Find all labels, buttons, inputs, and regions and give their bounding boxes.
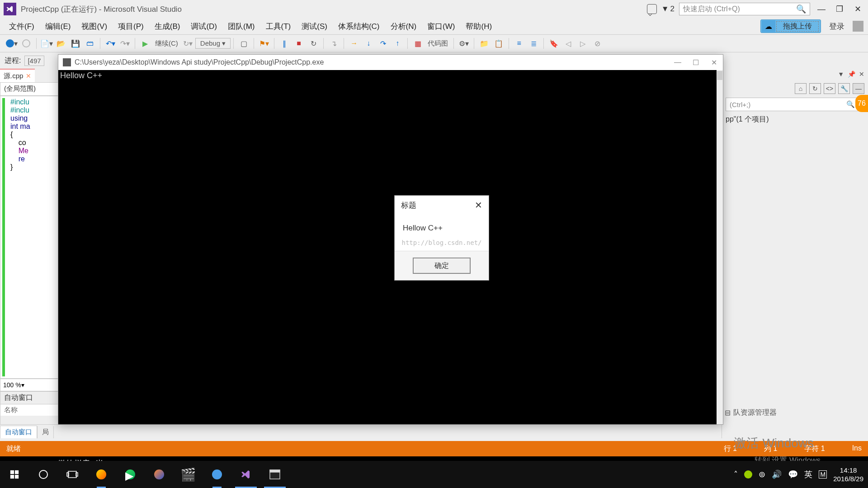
taskbar-app-firefox[interactable] [145,461,174,488]
console-maximize-button[interactable]: ☐ [691,58,700,67]
open-icon[interactable]: 📂 [55,37,67,50]
next-bm-icon[interactable]: ▷ [576,37,589,50]
tray-notifications-icon[interactable]: 💬 [788,469,798,479]
tray-app-icon[interactable] [744,470,752,479]
codemap-label[interactable]: 代码图 [425,39,451,48]
tray-chevron-icon[interactable]: ˄ [734,469,738,479]
menu-tools[interactable]: 工具(T) [261,19,296,33]
prev-bm-icon[interactable]: ◁ [562,37,575,50]
show-next-icon[interactable]: → [348,37,360,50]
step-over-icon[interactable]: ↷ [377,37,389,50]
flag-icon[interactable]: ⚑▾ [258,37,270,50]
taskbar-clock[interactable]: 14:18 2016/8/29 [833,466,863,483]
team-explorer-tab[interactable]: ⊟ 队资源管理器 [722,405,868,420]
tray-ime-lang[interactable]: 英 [804,469,812,480]
code-editor[interactable]: #inclu #inclu using int ma { co Me re } [0,96,59,379]
wrench-icon[interactable]: 🔧 [838,83,850,94]
tab-locals[interactable]: 局 [37,426,54,438]
taskbar-app-music[interactable]: ▶ [116,461,145,488]
scope-icon[interactable]: — [853,83,864,94]
taskview-button[interactable] [58,461,87,488]
folder2-icon[interactable]: 📋 [492,37,505,50]
step-out-icon[interactable]: ↑ [391,37,404,50]
menu-help[interactable]: 帮助(H) [461,19,496,33]
step-into-icon[interactable]: ↓ [362,37,375,50]
config-dropdown[interactable]: Debug ▾ [195,38,231,49]
nav-back-icon[interactable]: ▾ [5,37,18,50]
restore-button[interactable]: ❐ [833,5,846,14]
menu-analyze[interactable]: 分析(N) [386,19,421,33]
console-titlebar[interactable]: C:\Users\yeza\Desktop\Windows Api study\… [58,55,723,70]
taskbar-app-baidu[interactable] [203,461,231,488]
nav-forward-icon[interactable] [20,37,33,50]
menu-file[interactable]: 文件(F) [5,19,39,33]
menu-debug[interactable]: 调试(D) [186,19,222,33]
tab-autos[interactable]: 自动窗口 [0,426,37,438]
tray-volume-icon[interactable]: 🔊 [772,469,782,479]
taskbar-app-qq[interactable] [87,461,116,488]
tab-close-icon[interactable]: ✕ [26,72,31,80]
menu-test[interactable]: 测试(S) [297,19,332,33]
console-minimize-button[interactable]: — [673,58,682,67]
messagebox-titlebar[interactable]: 标题 ✕ [395,196,489,215]
panel-close-icon[interactable]: ✕ [859,70,864,78]
close-button[interactable]: ✕ [851,5,864,14]
feedback-icon[interactable] [647,4,657,14]
pause-icon[interactable]: ∥ [278,37,291,50]
taskbar-app-movies[interactable]: 🎬 [174,461,203,488]
tray-wifi-icon[interactable]: ⊚ [759,469,765,479]
solution-tree-item[interactable]: pp"(1 个项目) [722,111,868,128]
menu-window[interactable]: 窗口(W) [423,19,459,33]
menu-edit[interactable]: 编辑(E) [41,19,75,33]
restart-icon[interactable]: ↻ [307,37,320,50]
menu-view[interactable]: 视图(V) [77,19,112,33]
continue-dropdown[interactable]: 继续(C) [152,39,181,48]
continue-icon[interactable]: ▶ [139,37,151,50]
codemap-icon[interactable]: ▦ [411,37,424,50]
menu-project[interactable]: 项目(P) [113,19,148,33]
bookmark-icon[interactable]: 🔖 [547,37,560,50]
smth-icon[interactable]: ▢ [237,37,250,50]
cortana-button[interactable] [29,461,58,488]
start-button[interactable] [0,461,29,488]
menu-architecture[interactable]: 体系结构(C) [334,19,384,33]
menu-team[interactable]: 团队(M) [223,19,259,33]
console-output[interactable]: Hellow C++ [58,70,717,424]
step-icon[interactable]: ↴ [327,37,340,50]
notifications-flag[interactable]: ▼ 2 [661,5,675,14]
minimize-button[interactable]: — [815,5,828,14]
refresh-icon[interactable]: ↻ [809,83,821,94]
process-dropdown[interactable]: [497 [24,56,44,66]
scrollbar-thumb[interactable] [717,71,722,80]
outdent-icon[interactable]: ≣ [527,37,540,50]
tool-icon[interactable]: ⚙▾ [458,37,470,50]
save-icon[interactable]: 💾 [69,37,82,50]
solution-search-input[interactable]: (Ctrl+;) 🔍 ▾ [726,98,864,111]
undo-icon[interactable]: ↶▾ [104,37,117,50]
code-icon[interactable]: <> [824,83,835,94]
upload-button[interactable]: ☁ 拖拽上传 [760,19,821,33]
zoom-dropdown[interactable]: 100 % ▾ [0,379,59,391]
save-all-icon[interactable]: 🗃 [84,37,96,50]
redo-icon[interactable]: ↷▾ [118,37,131,50]
home-icon[interactable]: ⌂ [795,83,807,94]
console-scrollbar[interactable] [717,70,723,424]
refresh-icon[interactable]: ↻▾ [182,37,194,50]
person-icon[interactable] [853,21,863,32]
taskbar-app-visualstudio[interactable] [231,461,260,488]
folder-icon[interactable]: 📁 [478,37,491,50]
stop-icon[interactable]: ■ [292,37,305,50]
scope-dropdown[interactable]: (全局范围) [0,82,59,96]
login-link[interactable]: 登录 [826,21,848,32]
messagebox-close-button[interactable]: ✕ [475,200,482,211]
taskbar-app-console[interactable] [260,461,289,488]
messagebox-ok-button[interactable]: 确定 [413,258,471,274]
console-close-button[interactable]: ✕ [709,58,718,67]
new-project-icon[interactable]: 📄▾ [40,37,53,50]
dropdown-icon[interactable]: ▼ [838,70,844,78]
pin-icon[interactable]: 📌 [848,70,855,78]
menu-build[interactable]: 生成(B) [150,19,185,33]
notification-badge[interactable]: 76 [855,95,868,112]
tray-ime-mode[interactable]: M [819,470,827,479]
clear-bm-icon[interactable]: ⊘ [591,37,604,50]
